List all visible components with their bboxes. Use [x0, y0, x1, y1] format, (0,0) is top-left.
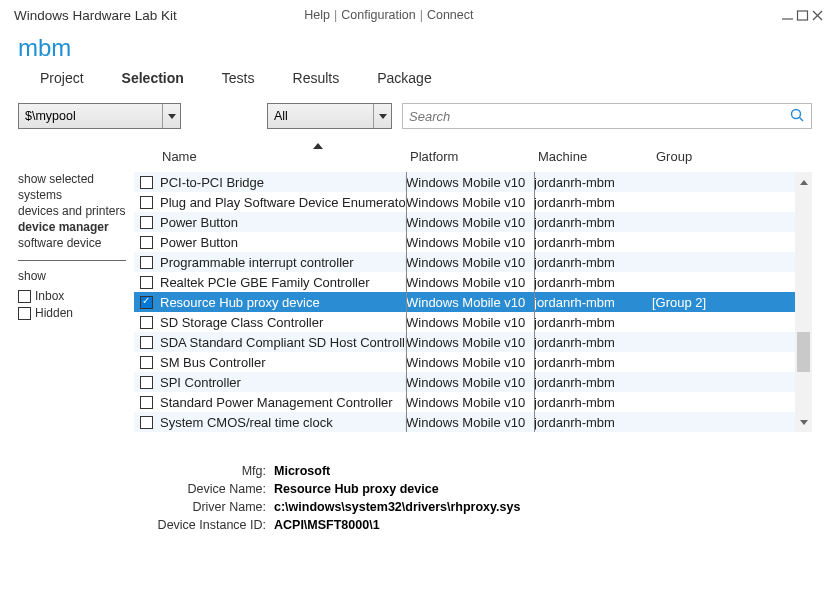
- table-row[interactable]: Plug and Play Software Device Enumerator…: [134, 192, 812, 212]
- column-header-platform[interactable]: Platform: [406, 144, 534, 172]
- table-row[interactable]: Standard Power Management ControllerWind…: [134, 392, 812, 412]
- scroll-thumb[interactable]: [797, 332, 810, 372]
- checkbox-inbox[interactable]: [18, 290, 31, 303]
- cell-machine: jordanrh-mbm: [534, 255, 652, 270]
- column-header-name[interactable]: Name: [158, 144, 406, 172]
- table-row[interactable]: Resource Hub proxy deviceWindows Mobile …: [134, 292, 812, 312]
- cell-name: SM Bus Controller: [158, 355, 406, 370]
- cell-name: Standard Power Management Controller: [158, 395, 406, 410]
- checkbox-label: Hidden: [35, 306, 73, 320]
- filter-select[interactable]: All: [267, 103, 392, 129]
- scroll-track[interactable]: [795, 192, 812, 412]
- checkbox-label: Inbox: [35, 289, 64, 303]
- table-row[interactable]: SPI ControllerWindows Mobile v10jordanrh…: [134, 372, 812, 392]
- cell-machine: jordanrh-mbm: [534, 235, 652, 250]
- table-row[interactable]: SD Storage Class ControllerWindows Mobil…: [134, 312, 812, 332]
- device-instance-id-value: ACPI\MSFT8000\1: [274, 516, 380, 534]
- column-divider: [406, 172, 407, 432]
- row-checkbox[interactable]: [140, 376, 153, 389]
- cell-name: Plug and Play Software Device Enumerator: [158, 195, 406, 210]
- help-link[interactable]: Help: [304, 8, 330, 22]
- mfg-label: Mfg:: [148, 462, 266, 480]
- cell-name: SPI Controller: [158, 375, 406, 390]
- cell-machine: jordanrh-mbm: [534, 355, 652, 370]
- titlebar-links: Help | Configuration | Connect: [304, 8, 653, 22]
- row-checkbox[interactable]: [140, 216, 153, 229]
- cell-platform: Windows Mobile v10: [406, 215, 534, 230]
- sidebar-view-device-manager[interactable]: device manager: [18, 220, 126, 234]
- search-input[interactable]: [409, 109, 789, 124]
- device-instance-id-label: Device Instance ID:: [148, 516, 266, 534]
- table-row[interactable]: PCI-to-PCI BridgeWindows Mobile v10jorda…: [134, 172, 812, 192]
- row-checkbox[interactable]: [140, 296, 153, 309]
- table-row[interactable]: Power ButtonWindows Mobile v10jordanrh-m…: [134, 212, 812, 232]
- cell-platform: Windows Mobile v10: [406, 315, 534, 330]
- sidebar: show selectedsystemsdevices and printers…: [18, 144, 126, 432]
- row-checkbox[interactable]: [140, 256, 153, 269]
- cell-platform: Windows Mobile v10: [406, 335, 534, 350]
- row-checkbox[interactable]: [140, 356, 153, 369]
- cell-platform: Windows Mobile v10: [406, 355, 534, 370]
- pool-select[interactable]: $\mypool: [18, 103, 181, 129]
- connect-link[interactable]: Connect: [427, 8, 474, 22]
- row-checkbox[interactable]: [140, 336, 153, 349]
- cell-platform: Windows Mobile v10: [406, 275, 534, 290]
- column-header-group[interactable]: Group: [652, 144, 812, 172]
- table-row[interactable]: Power ButtonWindows Mobile v10jordanrh-m…: [134, 232, 812, 252]
- svg-rect-1: [798, 11, 808, 20]
- row-checkbox[interactable]: [140, 276, 153, 289]
- row-checkbox[interactable]: [140, 416, 153, 429]
- svg-point-4: [792, 109, 801, 118]
- tab-results[interactable]: Results: [293, 70, 340, 88]
- table-row[interactable]: SM Bus ControllerWindows Mobile v10jorda…: [134, 352, 812, 372]
- chevron-down-icon: [162, 104, 180, 128]
- device-grid: Name Platform Machine Group PCI-to-PCI B…: [134, 144, 812, 432]
- tab-tests[interactable]: Tests: [222, 70, 255, 88]
- maximize-icon[interactable]: [796, 9, 809, 22]
- sidebar-view-devices-and-printers[interactable]: devices and printers: [18, 204, 126, 218]
- show-section-label: show: [18, 269, 126, 283]
- cell-platform: Windows Mobile v10: [406, 415, 534, 430]
- vertical-scrollbar[interactable]: [795, 172, 812, 432]
- device-name-label: Device Name:: [148, 480, 266, 498]
- cell-name: Resource Hub proxy device: [158, 295, 406, 310]
- tab-selection[interactable]: Selection: [122, 70, 184, 88]
- cell-name: SDA Standard Compliant SD Host Controlle…: [158, 335, 406, 350]
- sidebar-view-show-selected[interactable]: show selected: [18, 172, 126, 186]
- configuration-link[interactable]: Configuration: [341, 8, 415, 22]
- row-checkbox[interactable]: [140, 396, 153, 409]
- cell-platform: Windows Mobile v10: [406, 295, 534, 310]
- cell-platform: Windows Mobile v10: [406, 175, 534, 190]
- separator: |: [334, 8, 337, 22]
- row-checkbox[interactable]: [140, 236, 153, 249]
- close-icon[interactable]: [811, 9, 824, 22]
- cell-platform: Windows Mobile v10: [406, 195, 534, 210]
- sidebar-view-systems[interactable]: systems: [18, 188, 126, 202]
- checkbox-hidden[interactable]: [18, 307, 31, 320]
- table-row[interactable]: Realtek PCIe GBE Family ControllerWindow…: [134, 272, 812, 292]
- cell-machine: jordanrh-mbm: [534, 275, 652, 290]
- window-title: Windows Hardware Lab Kit: [14, 8, 177, 23]
- pool-select-value: $\mypool: [25, 109, 76, 123]
- scroll-up-icon[interactable]: [795, 172, 812, 192]
- tab-package[interactable]: Package: [377, 70, 431, 88]
- table-row[interactable]: Programmable interrupt controllerWindows…: [134, 252, 812, 272]
- minimize-icon[interactable]: [781, 9, 794, 22]
- scroll-down-icon[interactable]: [795, 412, 812, 432]
- cell-machine: jordanrh-mbm: [534, 315, 652, 330]
- cell-name: SD Storage Class Controller: [158, 315, 406, 330]
- cell-machine: jordanrh-mbm: [534, 375, 652, 390]
- table-row[interactable]: System CMOS/real time clockWindows Mobil…: [134, 412, 812, 432]
- cell-platform: Windows Mobile v10: [406, 235, 534, 250]
- sidebar-view-software-device[interactable]: software device: [18, 236, 126, 250]
- table-row[interactable]: SDA Standard Compliant SD Host Controlle…: [134, 332, 812, 352]
- column-header-machine[interactable]: Machine: [534, 144, 652, 172]
- row-checkbox[interactable]: [140, 176, 153, 189]
- tab-project[interactable]: Project: [40, 70, 84, 88]
- search-icon[interactable]: [789, 107, 805, 126]
- row-checkbox[interactable]: [140, 196, 153, 209]
- main-tabs: ProjectSelectionTestsResultsPackage: [18, 70, 812, 88]
- row-checkbox[interactable]: [140, 316, 153, 329]
- cell-platform: Windows Mobile v10: [406, 255, 534, 270]
- search-box[interactable]: [402, 103, 812, 129]
